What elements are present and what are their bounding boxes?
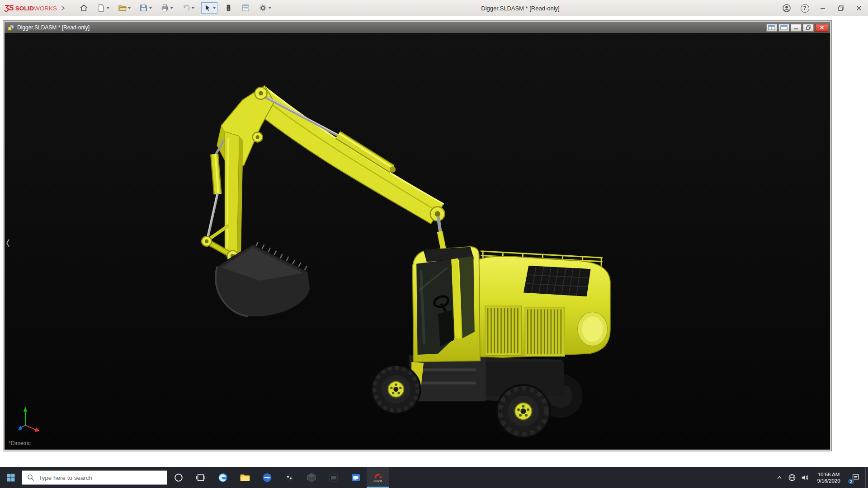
account-button[interactable] [778, 0, 796, 16]
print-button[interactable] [159, 2, 175, 14]
volume-button[interactable] [798, 467, 811, 488]
window-title: Digger.SLDASM * [Read-only] [481, 0, 559, 16]
search-input[interactable] [38, 474, 162, 481]
help-button[interactable]: ? [796, 0, 814, 16]
windows-taskbar: 2020 10:56 AM [0, 467, 868, 488]
pane-layout-split-button[interactable] [766, 24, 777, 32]
start-button[interactable] [0, 467, 22, 488]
start-icon [6, 473, 16, 483]
home-icon [80, 4, 88, 12]
options-sheet-button[interactable] [240, 2, 252, 14]
dark-circle-app-button[interactable] [278, 467, 300, 488]
assembly-document-icon [8, 24, 14, 31]
view-orientation-label: *Dimetric [9, 440, 31, 446]
tray-expand-icon [776, 474, 783, 481]
document-window: Digger.SLDASM * [Read-only] [3, 20, 832, 451]
tray-expand-button[interactable] [773, 467, 786, 488]
edge-button[interactable] [212, 467, 234, 488]
close-icon [855, 5, 863, 12]
document-close-button[interactable] [815, 24, 828, 32]
brand-solid-text: SOLID [15, 5, 34, 12]
save-icon [139, 4, 148, 12]
document-window-title: Digger.SLDASM * [Read-only] [17, 24, 90, 31]
pane-layout-single-icon [780, 25, 788, 30]
blue-tile-app-icon [350, 472, 361, 483]
help-icon: ? [801, 4, 809, 13]
network-button[interactable] [786, 467, 798, 488]
solidworks-year-label: 2020 [373, 479, 382, 483]
cortana-button[interactable] [167, 467, 189, 488]
restore-icon [806, 25, 811, 30]
taskbar-clock[interactable]: 10:56 AM 9/16/2020 [811, 467, 846, 488]
save-button[interactable] [137, 2, 154, 14]
dropdown-caret-icon [149, 7, 152, 9]
undo-button[interactable] [180, 2, 196, 14]
new-document-button[interactable] [95, 2, 111, 14]
options-sheet-icon [241, 4, 250, 12]
action-center-button[interactable]: 2 [846, 467, 865, 488]
blue-circle-app-button[interactable] [256, 467, 278, 488]
undo-icon [182, 4, 190, 12]
minimize-button[interactable] [814, 0, 832, 16]
new-document-icon [97, 4, 105, 12]
settings-gear-icon [259, 4, 267, 12]
rear-wheel[interactable] [497, 385, 550, 437]
document-window-buttons [765, 24, 828, 32]
dropdown-caret-icon [213, 7, 216, 9]
pane-layout-single-button[interactable] [778, 24, 789, 32]
taskbar-app-icons: 2020 [167, 467, 389, 488]
dropdown-caret-icon [170, 7, 173, 9]
task-view-icon [196, 473, 206, 483]
dark-tile-app-icon [328, 472, 339, 483]
print-icon [160, 4, 169, 12]
blue-circle-app-icon [262, 472, 273, 483]
task-view-button[interactable] [189, 467, 212, 488]
account-icon [782, 4, 791, 13]
stick-arm[interactable] [225, 131, 243, 257]
excavator-model[interactable] [5, 33, 830, 450]
hexagon-app-button[interactable] [300, 467, 322, 488]
open-button[interactable] [116, 2, 132, 14]
select-tool-button[interactable] [201, 2, 217, 14]
minimize-icon [793, 25, 799, 30]
rebuild-icon [224, 4, 233, 12]
dark-tile-app-button[interactable] [322, 467, 344, 488]
dark-circle-app-icon [284, 472, 295, 483]
file-explorer-icon [240, 472, 250, 483]
front-wheel[interactable] [372, 365, 420, 413]
taskbar-search[interactable] [22, 470, 167, 485]
notification-badge: 2 [848, 478, 854, 485]
blue-tile-app-button[interactable] [344, 467, 367, 488]
graphics-viewport[interactable]: *Dimetric [5, 33, 830, 450]
document-window-titlebar[interactable]: Digger.SLDASM * [Read-only] [5, 22, 830, 33]
engine-housing[interactable] [475, 256, 610, 357]
solidworks-titlebar: ƷS SOLID WORKS [0, 0, 868, 16]
open-icon [118, 4, 127, 12]
rebuild-button[interactable] [222, 2, 235, 14]
close-button[interactable] [850, 0, 868, 16]
solidworks-logo[interactable]: ƷS SOLID WORKS [5, 4, 57, 13]
show-desktop-button[interactable] [865, 467, 868, 488]
clock-time: 10:56 AM [811, 471, 846, 478]
dropdown-caret-icon [192, 7, 194, 9]
restore-button[interactable] [832, 0, 850, 16]
quick-access-toolbar [78, 2, 273, 14]
network-globe-icon [788, 474, 796, 482]
menu-expand-arrow-icon[interactable] [61, 5, 65, 11]
brand-works-text: WORKS [34, 5, 57, 12]
file-explorer-button[interactable] [234, 467, 256, 488]
dropdown-caret-icon [128, 7, 131, 9]
dropdown-caret-icon [107, 7, 109, 9]
featuremanager-collapse-tab[interactable] [5, 237, 10, 249]
cortana-icon [174, 473, 184, 483]
minimize-icon [819, 5, 826, 12]
document-minimize-button[interactable] [791, 24, 802, 32]
chevron-left-icon [5, 238, 10, 248]
document-restore-button[interactable] [803, 24, 814, 32]
titlebar-right-controls: ? [778, 0, 868, 16]
settings-button[interactable] [257, 2, 273, 14]
solidworks-app-button[interactable]: 2020 [367, 467, 389, 488]
volume-icon [801, 474, 809, 482]
boom-arm[interactable] [217, 85, 443, 224]
home-button[interactable] [78, 2, 90, 14]
